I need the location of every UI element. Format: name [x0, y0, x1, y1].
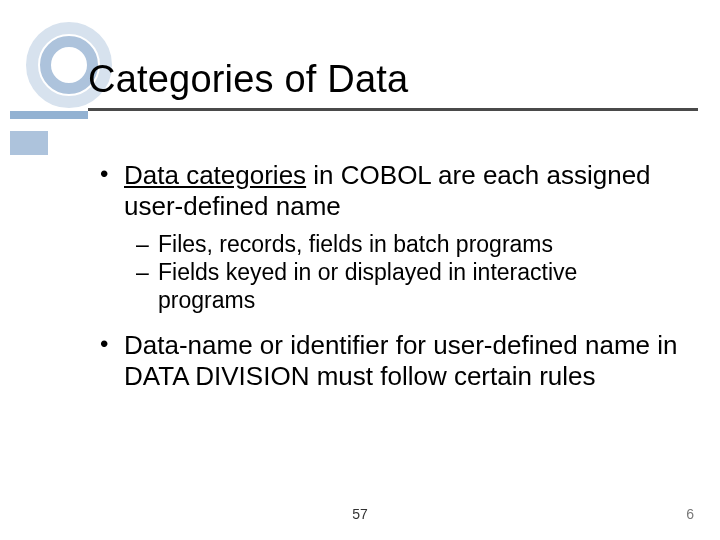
title-rule — [88, 108, 698, 111]
bullet-2: Data-name or identifier for user-defined… — [100, 330, 680, 391]
sub-bullet-2: Fields keyed in or displayed in interact… — [100, 259, 680, 314]
page-number: 6 — [686, 506, 694, 522]
slide: Categories of Data Data categories in CO… — [0, 0, 720, 540]
footer-center-number: 57 — [0, 506, 720, 522]
title-block: Categories of Data — [88, 58, 688, 101]
left-accent-block — [10, 131, 48, 155]
bullet-1-underlined: Data categories — [124, 160, 306, 190]
bullet-1: Data categories in COBOL are each assign… — [100, 160, 680, 221]
sub-bullet-1: Files, records, fields in batch programs — [100, 231, 680, 259]
title-rule-accent — [10, 111, 88, 119]
slide-title: Categories of Data — [88, 58, 688, 101]
sub-bullet-group: Files, records, fields in batch programs… — [100, 231, 680, 314]
content-area: Data categories in COBOL are each assign… — [100, 160, 680, 401]
